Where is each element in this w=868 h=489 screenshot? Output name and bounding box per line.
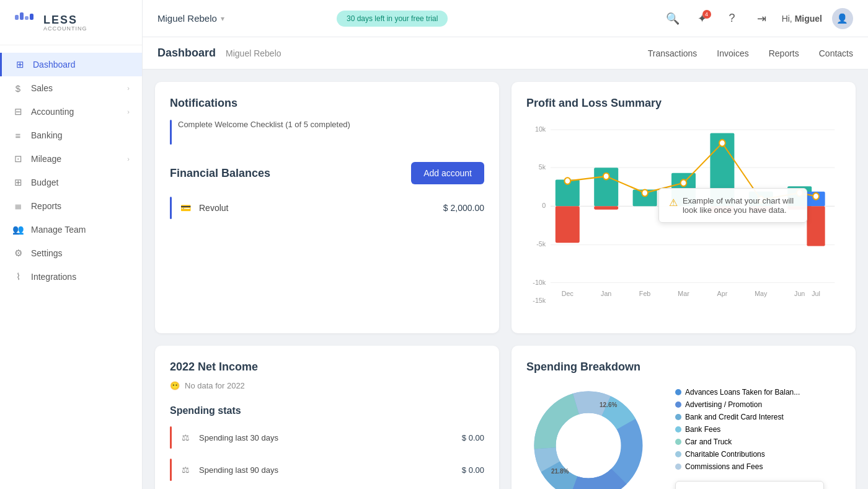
spending-item-30: ⚖ Spending last 30 days $ 0.00 (170, 426, 484, 449)
sidebar-item-settings[interactable]: ⚙ Settings (0, 241, 142, 265)
sidebar-item-label: Integrations (31, 272, 76, 282)
avatar[interactable]: 👤 (832, 8, 853, 29)
svg-text:Feb: Feb (639, 289, 650, 297)
legend-label: Bank Fees (685, 425, 720, 434)
topbar: Miguel Rebelo ▾ 30 days left in your fre… (143, 0, 868, 37)
legend-dot (675, 402, 681, 408)
svg-point-29 (564, 177, 570, 184)
svg-text:21.8%: 21.8% (551, 468, 569, 475)
account-item: 💳 Revolut $ 2,000.00 (170, 197, 484, 219)
logo-name: LESS (43, 14, 87, 27)
pnl-tooltip-text: Example of what your chart will look lik… (683, 196, 797, 215)
legend-item: Advertising / Promotion (675, 400, 824, 409)
sales-icon: $ (12, 83, 24, 94)
sidebar-item-label: Banking (31, 130, 63, 140)
sidebar-item-label: Settings (31, 248, 63, 258)
nav-contacts[interactable]: Contacts (819, 48, 853, 58)
pnl-chart-tooltip: ⚠ Example of what your chart will look l… (658, 188, 807, 223)
no-data-icon: 😶 (170, 381, 180, 390)
dashboard-icon: ⊞ (14, 59, 25, 70)
sidebar-item-label: Sales (31, 83, 53, 93)
legend-label: Advances Loans Taken for Balan... (685, 388, 800, 397)
sidebar-item-dashboard[interactable]: ⊞ Dashboard (0, 53, 142, 76)
accounting-icon: ⊟ (12, 106, 24, 117)
legend-label: Car and Truck (685, 437, 732, 446)
integrations-icon: ⌇ (12, 271, 24, 282)
trial-badge: 30 days left in your free trial (337, 11, 448, 27)
breakdown-content: 21.8% 12.6% 26.9% Advances Loans Taken f… (526, 384, 841, 489)
svg-point-36 (813, 193, 819, 200)
legend-dot (675, 464, 681, 470)
sidebar-item-mileage[interactable]: ⊡ Mileage › (0, 147, 142, 171)
nav-transactions[interactable]: Transactions (648, 48, 698, 58)
page-nav: Transactions Invoices Reports Contacts (648, 48, 853, 58)
logo-subtitle: ACCOUNTING (43, 25, 87, 32)
sidebar-item-manage-team[interactable]: 👥 Manage Team (0, 218, 142, 241)
svg-text:May: May (755, 289, 768, 297)
budget-icon: ⊞ (12, 177, 24, 188)
svg-point-30 (603, 173, 609, 180)
greeting-name: Miguel (795, 14, 822, 24)
legend-item: Charitable Contributions (675, 450, 824, 459)
pnl-card: Profit and Loss Summary 10k 5k 0 -5k -10… (512, 82, 856, 333)
sidebar-item-accounting[interactable]: ⊟ Accounting › (0, 100, 142, 123)
svg-text:Apr: Apr (717, 289, 728, 297)
sidebar: LESS ACCOUNTING ⊞ Dashboard $ Sales › ⊟ … (0, 0, 143, 489)
nav-invoices[interactable]: Invoices (717, 48, 748, 58)
net-income-card: 2022 Net Income 😶 No data for 2022 Spend… (155, 346, 499, 489)
notifications-button[interactable]: ✦ 4 (693, 9, 712, 29)
manage-team-icon: 👥 (12, 224, 24, 235)
svg-text:-5k: -5k (536, 240, 546, 248)
spending-title: Spending stats (170, 405, 484, 416)
svg-point-31 (642, 190, 648, 197)
svg-text:Jul: Jul (812, 289, 820, 297)
pnl-chart-container: 10k 5k 0 -5k -10k -15k (526, 120, 841, 318)
export-button[interactable]: ⇥ (752, 9, 772, 29)
sidebar-item-budget[interactable]: ⊞ Budget (0, 171, 142, 194)
legend-item: Bank Fees (675, 425, 824, 434)
page-title: Dashboard (157, 47, 216, 60)
legend-dot (675, 414, 681, 420)
legend-dot (675, 389, 681, 395)
legend-item: Advances Loans Taken for Balan... (675, 388, 824, 397)
page-header: Dashboard Miguel Rebelo Transactions Inv… (143, 37, 868, 70)
notification-item: Complete Welcome Checklist (1 of 5 compl… (170, 120, 484, 145)
nav-reports[interactable]: Reports (769, 48, 799, 58)
legend-label: Bank and Credit Card Interest (685, 413, 784, 421)
sidebar-item-integrations[interactable]: ⌇ Integrations (0, 265, 142, 289)
financial-balances-header: Financial Balances Add account (170, 162, 484, 184)
account-bar (170, 197, 172, 219)
svg-rect-0 (15, 15, 19, 20)
spending-icon: ⚖ (178, 462, 193, 477)
sidebar-item-sales[interactable]: $ Sales › (0, 76, 142, 100)
svg-text:Jan: Jan (601, 289, 611, 297)
banking-icon: ≡ (12, 130, 24, 141)
svg-rect-3 (30, 14, 33, 20)
sidebar-item-banking[interactable]: ≡ Banking (0, 123, 142, 147)
svg-text:Jun: Jun (794, 289, 805, 297)
add-account-button[interactable]: Add account (411, 162, 484, 184)
spending-bar (170, 459, 172, 481)
svg-text:0: 0 (542, 202, 546, 210)
spending-amount: $ 0.00 (462, 465, 484, 475)
breakdown-legend: Advances Loans Taken for Balan... Advert… (675, 388, 824, 471)
svg-text:12.6%: 12.6% (600, 402, 617, 408)
chevron-right-icon: › (127, 84, 130, 92)
mileage-icon: ⊡ (12, 153, 24, 164)
svg-rect-28 (807, 206, 825, 246)
help-button[interactable]: ? (722, 9, 742, 29)
user-selector[interactable]: Miguel Rebelo ▾ (157, 13, 224, 24)
svg-rect-1 (20, 12, 24, 20)
notification-badge: 4 (702, 10, 711, 19)
svg-rect-16 (556, 206, 580, 243)
legend-label: Commissions and Fees (685, 462, 763, 471)
chevron-down-icon: ▾ (221, 14, 224, 23)
no-data-text: No data for 2022 (185, 381, 245, 390)
legend-item: Bank and Credit Card Interest (675, 413, 824, 421)
legend-dot (675, 426, 681, 433)
search-button[interactable]: 🔍 (663, 9, 683, 29)
sidebar-item-reports[interactable]: ≣ Reports (0, 194, 142, 218)
main-content: Miguel Rebelo ▾ 30 days left in your fre… (143, 0, 868, 489)
content-grid: Notifications Complete Welcome Checklist… (143, 70, 868, 489)
topbar-actions: 🔍 ✦ 4 ? ⇥ Hi, Miguel 👤 (663, 8, 853, 29)
